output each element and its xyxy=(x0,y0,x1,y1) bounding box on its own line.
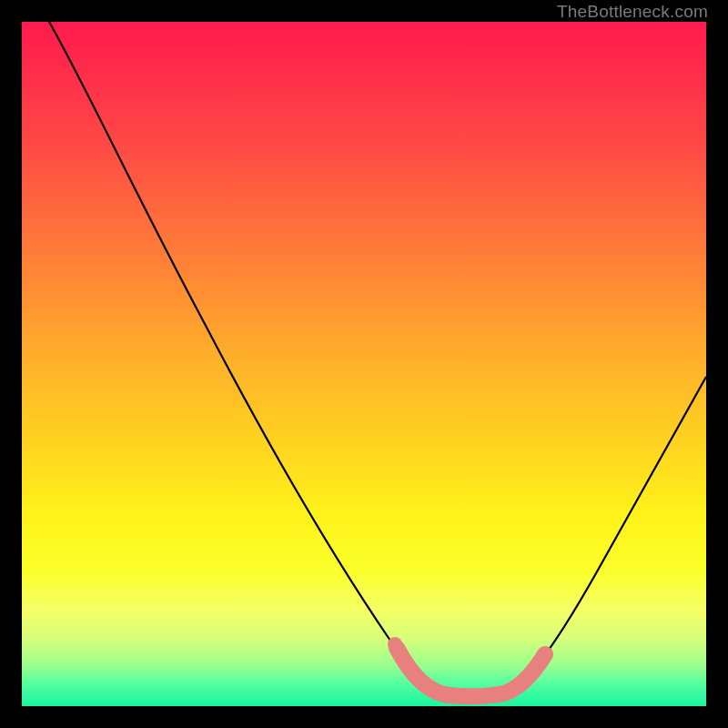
watermark-text: TheBottleneck.com xyxy=(557,2,708,22)
optimal-band-start-dot xyxy=(388,637,402,652)
optimal-band xyxy=(397,648,545,696)
chart-frame: TheBottleneck.com xyxy=(0,0,728,728)
chart-svg xyxy=(22,22,706,706)
bottleneck-curve xyxy=(49,22,706,696)
